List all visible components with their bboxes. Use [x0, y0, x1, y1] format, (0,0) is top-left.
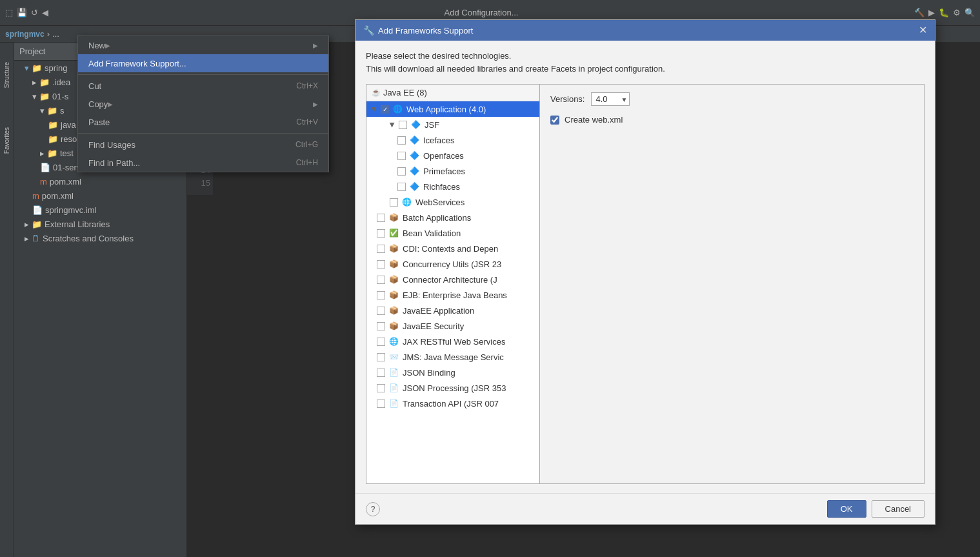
fw-item-webservices[interactable]: 🌐 WebServices: [366, 194, 539, 210]
fw-checkbox-javaee-security[interactable]: [377, 322, 385, 330]
fw-checkbox-javaee-app[interactable]: [377, 307, 385, 315]
settings-icon[interactable]: ⚙: [953, 8, 961, 17]
fw-item-jms[interactable]: 📨 JMS: Java Message Servic: [366, 349, 539, 365]
fw-checkbox-json-binding[interactable]: [377, 369, 385, 377]
folder-icon: 📁: [39, 92, 50, 101]
fw-checkbox-transaction[interactable]: [377, 400, 385, 408]
fw-item-batch[interactable]: 📦 Batch Applications: [366, 210, 539, 225]
tree-label: spring: [45, 63, 67, 73]
fw-item-bean-validation[interactable]: ✅ Bean Validation: [366, 225, 539, 241]
fw-item-connector[interactable]: 📦 Connector Architecture (J: [366, 272, 539, 287]
save-icon[interactable]: 💾: [17, 8, 27, 17]
dialog-desc-line1: Please select the desired technologies.: [366, 50, 925, 63]
fw-checkbox-jax-rest[interactable]: [377, 338, 385, 346]
debug-icon[interactable]: 🐛: [939, 8, 949, 17]
fw-item-webapp[interactable]: ▶ 🌐 Web Application (4.0): [366, 101, 539, 117]
refresh-icon[interactable]: ↺: [31, 8, 38, 17]
expand-icon: ▾: [32, 92, 37, 101]
create-webxml-checkbox[interactable]: [550, 116, 559, 125]
fw-label-ejb: EJB: Enterprise Java Beans: [403, 290, 507, 300]
fw-icon-json-processing: 📄: [389, 383, 399, 392]
menu-item-find-usages[interactable]: Find Usages Ctrl+G: [78, 136, 328, 154]
fw-label-javaee-app: JavaEE Application: [403, 306, 474, 316]
framework-list[interactable]: ☕ Java EE (8) ▶ 🌐 Web Application (4.0) …: [366, 84, 540, 484]
fw-item-javaee-security[interactable]: 📦 JavaEE Security: [366, 318, 539, 334]
fw-label-batch: Batch Applications: [403, 213, 471, 223]
run-icon[interactable]: ▶: [928, 8, 935, 17]
fw-checkbox-icefaces[interactable]: [397, 136, 406, 145]
fw-checkbox-primefaces[interactable]: [397, 167, 406, 176]
fw-item-jsf[interactable]: ▶ 🔷 JSF: [366, 117, 539, 132]
fw-item-json-processing[interactable]: 📄 JSON Processing (JSR 353: [366, 380, 539, 396]
sidebar-tabs: Structure Favorites: [0, 43, 14, 557]
fw-icon-webservices: 🌐: [402, 197, 412, 207]
menu-item-find-in-path[interactable]: Find in Path... Ctrl+H: [78, 154, 328, 172]
tree-label: External Libraries: [45, 219, 110, 229]
back-icon[interactable]: ◀: [42, 8, 48, 17]
dialog-content: ☕ Java EE (8) ▶ 🌐 Web Application (4.0) …: [366, 84, 925, 484]
scratches-label: Scratches and Consoles: [43, 234, 134, 243]
fw-item-openfaces[interactable]: 🔷 Openfaces: [366, 148, 539, 163]
fw-item-transaction[interactable]: 📄 Transaction API (JSR 007: [366, 396, 539, 411]
fw-item-jax-rest[interactable]: 🌐 JAX RESTful Web Services: [366, 334, 539, 349]
fw-checkbox-batch[interactable]: [377, 214, 385, 222]
tree-item[interactable]: m pom.xml: [14, 188, 186, 203]
versions-select[interactable]: 3.0 3.1 4.0 5.0: [591, 92, 630, 106]
fw-item-primefaces[interactable]: 🔷 Primefaces: [366, 163, 539, 179]
create-webxml-row: Create web.xml: [550, 115, 914, 125]
fw-item-concurrency[interactable]: 📦 Concurrency Utils (JSR 23: [366, 256, 539, 272]
fw-checkbox-webservices[interactable]: [390, 198, 398, 207]
fw-icon-concurrency: 📦: [389, 259, 399, 268]
tree-label: s: [60, 106, 65, 116]
fw-checkbox-ejb[interactable]: [377, 291, 385, 299]
fw-checkbox-json-processing[interactable]: [377, 384, 385, 392]
fw-item-cdi[interactable]: 📦 CDI: Contexts and Depen: [366, 241, 539, 256]
cut-label: Cut: [88, 81, 101, 91]
javaee-label: Java EE (8): [383, 88, 427, 97]
tree-item[interactable]: ▸ 📁 External Libraries: [14, 217, 186, 231]
fw-item-javaee-app[interactable]: 📦 JavaEE Application: [366, 303, 539, 318]
fw-checkbox-connector[interactable]: [377, 276, 385, 284]
tree-item[interactable]: m pom.xml: [14, 174, 186, 188]
fw-checkbox-jms[interactable]: [377, 353, 385, 361]
favorites-tab[interactable]: Favorites: [3, 127, 10, 154]
search-icon[interactable]: 🔍: [965, 8, 975, 17]
fw-checkbox-jsf[interactable]: [399, 121, 407, 129]
build-icon[interactable]: 🔨: [914, 8, 925, 17]
fw-item-ejb[interactable]: 📦 EJB: Enterprise Java Beans: [366, 287, 539, 303]
fw-checkbox-cdi[interactable]: [377, 245, 385, 253]
ok-button[interactable]: OK: [827, 500, 866, 518]
structure-tab[interactable]: Structure: [3, 62, 10, 88]
fw-item-icefaces[interactable]: 🔷 Icefaces: [366, 132, 539, 148]
tree-item[interactable]: ▸ 🗒 Scratches and Consoles: [14, 231, 186, 245]
fw-label-openfaces: Openfaces: [423, 151, 464, 161]
add-framework-label: Add Framework Support...: [88, 59, 186, 68]
find-in-path-label: Find in Path...: [88, 158, 140, 168]
cancel-button[interactable]: Cancel: [872, 500, 925, 518]
fw-checkbox-concurrency[interactable]: [377, 260, 385, 268]
tree-item[interactable]: 📄 springmvc.iml: [14, 203, 186, 217]
menu-item-copy[interactable]: Copy ▶: [78, 95, 328, 113]
fw-checkbox-openfaces[interactable]: [397, 152, 406, 160]
file-icon: m: [40, 177, 47, 187]
fw-checkbox-webapp[interactable]: [381, 105, 389, 114]
file-icon: 📄: [32, 205, 43, 215]
versions-select-wrapper: 3.0 3.1 4.0 5.0 ▼: [591, 92, 630, 106]
new-window-icon[interactable]: ⬚: [5, 8, 13, 17]
menu-item-add-framework[interactable]: Add Framework Support...: [78, 54, 328, 72]
copy-label: Copy: [88, 99, 108, 109]
menu-item-cut[interactable]: Cut Ctrl+X: [78, 77, 328, 95]
fw-icon-ejb: 📦: [389, 290, 399, 299]
fw-checkbox-bean-validation[interactable]: [377, 229, 385, 238]
fw-label-concurrency: Concurrency Utils (JSR 23: [403, 259, 501, 269]
add-frameworks-dialog: 🔧 Add Frameworks Support ✕ Please select…: [355, 19, 935, 525]
fw-item-json-binding[interactable]: 📄 JSON Binding: [366, 365, 539, 380]
fw-item-richfaces[interactable]: 🔷 Richfaces: [366, 179, 539, 194]
fw-checkbox-richfaces[interactable]: [397, 183, 406, 191]
dialog-title-icon: 🔧: [363, 25, 374, 35]
dialog-close-button[interactable]: ✕: [919, 25, 927, 35]
help-button[interactable]: ?: [366, 502, 380, 516]
menu-item-paste[interactable]: Paste Ctrl+V: [78, 113, 328, 131]
fw-icon-batch: 📦: [389, 213, 399, 222]
menu-item-new[interactable]: New ▶: [78, 36, 328, 54]
